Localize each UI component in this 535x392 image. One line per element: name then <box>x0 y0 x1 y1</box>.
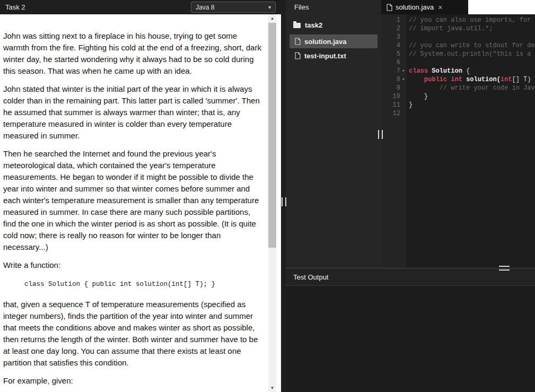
code-text: public int solution(int[] T) <box>407 75 531 84</box>
code-text: // System.out.println("this is a <box>407 50 531 58</box>
code-line[interactable]: 3 <box>381 33 535 41</box>
splitter-bar <box>282 197 283 206</box>
file-icon <box>295 52 301 59</box>
description-paragraph: For example, given: <box>3 375 265 387</box>
tab-label: solution.java <box>396 3 434 11</box>
line-number: 1 <box>381 16 400 24</box>
description-paragraph: that, given a sequence T of temperature … <box>3 299 265 369</box>
fold-arrow-icon <box>400 58 407 67</box>
scroll-down-icon[interactable]: ▼ <box>268 384 276 392</box>
language-dropdown[interactable]: Java 8 ▾ <box>191 2 276 13</box>
description-paragraph: John was sitting next to a fireplace in … <box>3 30 265 77</box>
fold-arrow-icon <box>400 33 407 41</box>
code-line[interactable]: 8▾ public int solution(int[] T) <box>381 75 535 84</box>
code-text: } <box>407 92 428 101</box>
line-gutter: 11 <box>381 101 407 109</box>
line-gutter: 10 <box>381 92 407 101</box>
task-description-panel: John was sitting next to a fireplace in … <box>0 14 281 392</box>
code-line[interactable]: 6 <box>381 58 535 67</box>
splitter-bar <box>378 130 379 139</box>
fold-arrow-icon <box>400 50 407 58</box>
task-title: Task 2 <box>5 3 25 11</box>
code-keyword: int <box>501 76 512 83</box>
code-comment: // System.out.println("this is a <box>409 50 531 58</box>
code-token: { <box>462 67 470 75</box>
code-line[interactable]: 1// you can also use imports, for <box>381 16 535 24</box>
horizontal-splitter-test-output[interactable] <box>499 266 510 271</box>
code-token: solution( <box>462 76 501 83</box>
code-text: // import java.util.*; <box>407 24 493 33</box>
code-text <box>407 109 409 118</box>
code-comment: // import java.util.*; <box>409 25 493 32</box>
file-icon <box>387 4 392 11</box>
files-panel-header: Files <box>286 0 381 14</box>
code-text: // you can also use imports, for <box>407 16 531 24</box>
file-row-solution.java[interactable]: solution.java <box>290 34 378 48</box>
code-text: // write your code in Jav <box>407 84 535 92</box>
scroll-up-icon[interactable]: ▲ <box>268 14 276 22</box>
code-line[interactable]: 2// import java.util.*; <box>381 24 535 33</box>
folder-name: task2 <box>305 21 322 29</box>
files-panel: task2 solution.javatest-input.txt <box>286 14 381 268</box>
description-scrollbar[interactable]: ▲ ▼ <box>268 14 276 392</box>
folder-row-task2[interactable]: task2 <box>286 14 381 34</box>
code-text <box>407 33 409 41</box>
line-gutter: 9 <box>381 84 407 92</box>
line-gutter: 5 <box>381 50 407 58</box>
code-text: } <box>407 101 413 109</box>
code-editor[interactable]: 1// you can also use imports, for2// imp… <box>381 14 535 268</box>
task-header: Task 2 Java 8 ▾ <box>0 0 286 14</box>
line-number: 2 <box>381 24 400 33</box>
line-gutter: 4 <box>381 41 407 50</box>
line-number: 4 <box>381 41 400 50</box>
code-line[interactable]: 11} <box>381 101 535 109</box>
line-gutter: 6 <box>381 58 407 67</box>
splitter-bar <box>499 269 510 271</box>
splitter-bar <box>499 266 510 267</box>
code-line[interactable]: 9 // write your code in Jav <box>381 84 535 92</box>
editor-tab-bar: solution.java × <box>381 0 535 14</box>
code-text <box>407 58 409 67</box>
fold-arrow-icon[interactable]: ▾ <box>400 67 407 75</box>
vertical-splitter-description-files[interactable] <box>282 197 286 206</box>
line-gutter: 12 <box>381 109 407 118</box>
top-bar: Task 2 Java 8 ▾ Files solution.java × <box>0 0 535 14</box>
code-line[interactable]: 7▾class Solution { <box>381 67 535 75</box>
code-token <box>409 76 424 83</box>
code-line[interactable]: 12 <box>381 109 535 118</box>
line-number: 7 <box>381 67 400 75</box>
files-panel-title: Files <box>294 3 309 11</box>
line-number: 8 <box>381 75 400 84</box>
fold-arrow-icon <box>400 92 407 101</box>
fold-arrow-icon <box>400 109 407 118</box>
test-output-title: Test Output <box>293 273 328 281</box>
chevron-down-icon: ▾ <box>268 4 271 10</box>
file-row-test-input.txt[interactable]: test-input.txt <box>290 49 378 63</box>
file-icon <box>295 38 301 45</box>
code-lines: 1// you can also use imports, for2// imp… <box>381 14 535 118</box>
code-line[interactable]: 10 } <box>381 92 535 101</box>
line-gutter: 7▾ <box>381 67 407 75</box>
description-paragraph: John stated that winter is the initial p… <box>3 83 265 142</box>
code-comment: // you can also use imports, for <box>409 16 531 24</box>
test-output-body <box>286 286 535 392</box>
code-token: Solution <box>432 67 462 75</box>
scrollbar-thumb[interactable] <box>268 23 276 248</box>
file-name: solution.java <box>304 38 346 46</box>
code-line[interactable]: 5// System.out.println("this is a <box>381 50 535 58</box>
line-gutter: 2 <box>381 24 407 33</box>
fold-arrow-icon <box>400 101 407 109</box>
test-output-panel: Test Output <box>286 268 535 392</box>
tab-solution-java[interactable]: solution.java × <box>381 0 468 14</box>
splitter-bar <box>382 130 383 139</box>
language-dropdown-value: Java 8 <box>196 4 214 11</box>
code-token: } <box>409 101 413 109</box>
code-token: [] T) <box>512 76 531 83</box>
line-gutter: 8▾ <box>381 75 407 84</box>
folder-icon <box>293 23 301 28</box>
fold-arrow-icon[interactable]: ▾ <box>400 75 407 84</box>
code-comment: // you can write to stdout for de <box>409 42 535 49</box>
code-line[interactable]: 4// you can write to stdout for de <box>381 41 535 50</box>
vertical-splitter-files-editor[interactable] <box>378 130 383 139</box>
close-icon[interactable]: × <box>438 3 442 12</box>
